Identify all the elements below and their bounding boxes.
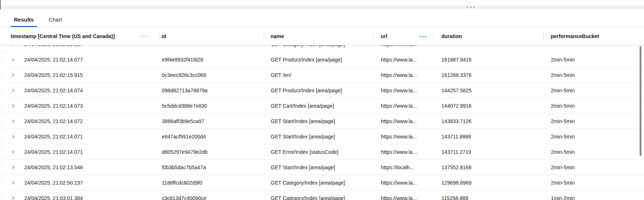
column-header-duration[interactable]: duration	[433, 27, 544, 45]
cell-duration: 143833.7126	[433, 114, 544, 129]
column-header-label: id	[162, 33, 166, 39]
chevron-right-icon[interactable]	[11, 88, 16, 93]
cell-name: GET /en/	[264, 67, 374, 82]
cell-name: GET Error/Index [statusCode]	[264, 144, 374, 159]
cell-name: GET Category/Index [area/page]	[264, 190, 374, 200]
cell-timestamp: 24/04/2025, 21:02:14.073	[2, 98, 160, 113]
column-header-label: performanceBucket	[551, 33, 599, 39]
table-row[interactable]: 24/04/2025, 21:02:15.9150c3eec926c3cc068…	[2, 67, 644, 83]
cell-name: GET Product/Index [area/page]	[264, 83, 374, 98]
table-row[interactable]: 24/04/2025, 21:02:14.0723886aff3b9e5ca97…	[2, 114, 644, 129]
chevron-right-icon[interactable]	[11, 57, 16, 62]
tab-results[interactable]: Results	[11, 16, 37, 27]
chevron-right-icon[interactable]	[11, 103, 16, 108]
cell-duration: 115258.889	[433, 190, 544, 200]
grid-body: 24/04/2025, 21:02:50.217GET Category/Ind…	[2, 45, 644, 200]
table-row[interactable]: 24/04/2025, 21:02:14.077e9f4e8932f41fd28…	[2, 52, 644, 67]
cell-id	[160, 45, 264, 52]
cell-timestamp: 24/04/2025, 21:02:14.074	[2, 83, 160, 98]
cell-id: d805297e9479e2db	[160, 144, 264, 159]
column-header-name[interactable]: name	[264, 27, 373, 45]
cell-performanceBucket: 2min-5min	[544, 52, 644, 67]
cell-performanceBucket: 2min-5min	[544, 83, 644, 98]
cell-url: https://www.la...	[373, 114, 433, 129]
cell-url: https://www.la...	[373, 144, 433, 159]
grid-header: timestamp [Central Time (US and Canada)]…	[0, 27, 644, 45]
cell-performanceBucket	[544, 45, 644, 52]
cell-url: https://www.la...	[373, 83, 433, 98]
cell-id: 098d82713a78879a	[160, 83, 264, 98]
cell-id: 3886aff3b9e5ca97	[160, 114, 264, 129]
top-strip	[0, 0, 644, 5]
column-menu-icon[interactable]	[141, 36, 147, 37]
cell-name: GET Cart/Index [area/page]	[264, 98, 374, 113]
column-menu-icon[interactable]	[420, 36, 426, 37]
cell-url: https://www.la...	[373, 52, 433, 67]
chevron-right-icon[interactable]	[11, 165, 16, 170]
column-header-timestamp[interactable]: timestamp [Central Time (US and Canada)]	[0, 27, 159, 45]
splitter-grip-icon	[467, 7, 475, 8]
table-row-clipped[interactable]: 24/04/2025, 21:02:50.217GET Category/Ind…	[2, 45, 644, 52]
pane-edge	[0, 0, 1, 10]
cell-performanceBucket: 2min-5min	[544, 175, 644, 190]
cell-duration: 161268.3378	[433, 67, 544, 82]
cell-duration: 143711.2719	[433, 144, 544, 159]
cell-name: GET Start/Index [area/page]	[264, 160, 374, 175]
chevron-right-icon[interactable]	[11, 45, 16, 47]
table-row[interactable]: 24/04/2025, 21:02:14.071e847acf591e200d4…	[2, 129, 644, 144]
cell-url: https://localh...	[373, 160, 433, 175]
cell-performanceBucket: 2min-5min	[544, 160, 644, 175]
vertical-scrollbar[interactable]	[640, 46, 641, 156]
column-header-label: timestamp [Central Time (US and Canada)]	[11, 33, 115, 39]
cell-timestamp: 24/04/2025, 21:02:50.217	[2, 45, 160, 52]
cell-timestamp: 24/04/2025, 21:02:14.071	[2, 129, 160, 144]
cell-url: https://www.la...	[373, 45, 433, 52]
chevron-right-icon[interactable]	[11, 134, 16, 139]
cell-duration: 137552.8168	[433, 160, 544, 175]
cell-name: GET Category/Index [area/page]	[264, 45, 374, 52]
chevron-right-icon[interactable]	[11, 119, 16, 124]
cell-timestamp: 24/04/2025, 21:02:14.071	[2, 144, 160, 159]
cell-timestamp: 24/04/2025, 21:03:01.384	[2, 190, 160, 200]
chevron-right-icon[interactable]	[11, 180, 16, 185]
cell-performanceBucket: 1min-2min	[544, 190, 644, 200]
cell-name: GET Category/Index [area/page]	[264, 175, 374, 190]
chevron-right-icon[interactable]	[11, 196, 16, 200]
cell-duration: 144257.5825	[433, 83, 544, 98]
cell-performanceBucket: 2min-5min	[544, 98, 644, 113]
cell-timestamp: 24/04/2025, 21:02:50.237	[2, 175, 160, 190]
cell-id: c3c813d7c40098ce	[160, 190, 264, 200]
chevron-right-icon[interactable]	[11, 73, 16, 78]
cell-id: e847acf591e200d4	[160, 129, 264, 144]
results-tab-bar: Results Chart	[0, 9, 644, 27]
chevron-right-icon[interactable]	[11, 149, 16, 155]
cell-id: e9f4e8932f41fd28	[160, 52, 264, 67]
cell-duration: 143711.8888	[433, 129, 544, 144]
column-header-url[interactable]: url	[373, 27, 433, 45]
table-row[interactable]: 24/04/2025, 21:02:14.071d805297e9479e2db…	[2, 144, 644, 160]
cell-performanceBucket: 2min-5min	[544, 129, 644, 144]
tab-chart[interactable]: Chart	[45, 16, 65, 27]
pane-splitter[interactable]	[0, 5, 644, 9]
cell-duration	[433, 45, 544, 52]
column-header-id[interactable]: id	[159, 27, 264, 45]
cell-url: https://www.la...	[373, 67, 433, 82]
cell-id: 0c3eec926c3cc068	[160, 67, 264, 82]
table-row[interactable]: 24/04/2025, 21:02:14.074098d82713a78879a…	[2, 83, 644, 98]
cell-id: 1188ffcdc802d9f0	[160, 175, 264, 190]
cell-duration: 161887.9416	[433, 52, 544, 67]
cell-id: f0b3b5dac7b5a47a	[160, 160, 264, 175]
cell-id: 5c5ddcd388e7e830	[160, 98, 264, 113]
cell-name: GET Start/Index [area/page]	[264, 129, 374, 144]
cell-url: https://www.la...	[373, 175, 433, 190]
cell-duration: 129698.8969	[433, 175, 544, 190]
table-row[interactable]: 24/04/2025, 21:02:14.0735c5ddcd388e7e830…	[2, 98, 644, 114]
column-header-performanceBucket[interactable]: performanceBucket	[544, 27, 644, 45]
cell-timestamp: 24/04/2025, 21:02:15.915	[2, 67, 160, 82]
table-row[interactable]: 24/04/2025, 21:03:01.384c3c813d7c40098ce…	[2, 190, 644, 200]
cell-timestamp: 24/04/2025, 21:02:13.548	[2, 160, 160, 175]
cell-timestamp: 24/04/2025, 21:02:14.077	[2, 52, 160, 67]
table-row[interactable]: 24/04/2025, 21:02:50.2371188ffcdc802d9f0…	[2, 175, 644, 190]
table-row[interactable]: 24/04/2025, 21:02:13.548f0b3b5dac7b5a47a…	[2, 160, 644, 175]
cell-url: https://www.la...	[373, 190, 433, 200]
